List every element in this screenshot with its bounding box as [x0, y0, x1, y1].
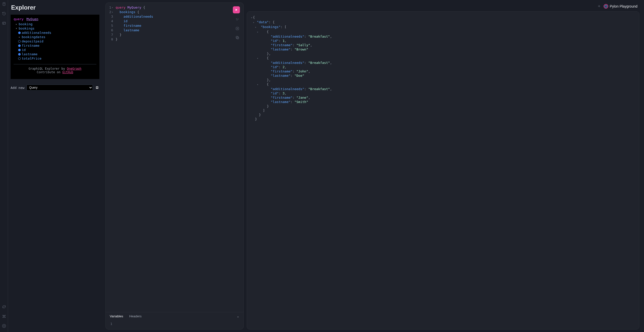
explorer-query-header[interactable]: query MyQuen: [14, 17, 96, 21]
response-body[interactable]: ▾{ ▾ "data": { ▾ "bookings": [ ▾ { "addi…: [247, 11, 639, 329]
collapse-arrow-icon[interactable]: [15, 27, 18, 30]
expand-arrow-icon[interactable]: [15, 23, 18, 25]
line-number: 5: [109, 23, 113, 28]
line-number: 2 ▾: [109, 10, 113, 14]
explorer-title: Explorer: [11, 4, 99, 11]
copy-icon[interactable]: [235, 35, 240, 40]
collapse-vars-icon[interactable]: ⌄: [237, 314, 239, 318]
checked-field-icon[interactable]: [18, 32, 21, 34]
field-label: booking: [19, 22, 33, 26]
credit-text: GraphiQL Explorer by: [29, 67, 67, 70]
new-tab-icon[interactable]: ＋: [597, 4, 601, 9]
prettify-icon[interactable]: [235, 17, 240, 22]
response-panel: ＋ Pylon Playground ▾{ ▾ "data": { ▾ "boo…: [245, 0, 644, 332]
contribute-text: Contribute on: [37, 70, 62, 74]
unchecked-field-icon[interactable]: [18, 57, 21, 60]
editor-panel: 1 ▾2 ▾345678 query MyQuery { bookings { …: [104, 0, 245, 332]
explorer-field-additionalneeds[interactable]: additionalneeds: [14, 31, 96, 35]
line-number: 1 ▾: [109, 5, 113, 10]
add-new-select[interactable]: Query: [26, 85, 93, 91]
brand-label: Pylon Playground: [610, 4, 637, 8]
field-label: firstname: [22, 44, 39, 47]
explorer-divider: [14, 64, 96, 64]
query-editor[interactable]: 1 ▾2 ▾345678 query MyQuery { bookings { …: [106, 3, 243, 312]
field-label: bookingdates: [22, 35, 45, 39]
svg-rect-1: [3, 22, 6, 24]
field-label: depositpaid: [22, 39, 43, 43]
brand-logo-icon: [604, 4, 608, 9]
field-label: bookings: [19, 27, 35, 30]
explorer-panel: Explorer query MyQuen bookingbookingsadd…: [8, 0, 104, 332]
brand-link[interactable]: Pylon Playground: [604, 4, 637, 9]
explorer-field-id[interactable]: id: [14, 48, 96, 52]
onegraph-link[interactable]: OneGraph: [67, 67, 81, 70]
query-name-input[interactable]: MyQuen: [26, 17, 38, 21]
field-label: id: [22, 48, 26, 52]
fold-icon[interactable]: ▾: [112, 10, 113, 14]
explorer-field-depositpaid[interactable]: depositpaid: [14, 39, 96, 43]
editor-box: 1 ▾2 ▾345678 query MyQuery { bookings { …: [105, 3, 244, 329]
add-new-label: Add new: [11, 86, 24, 90]
shortcuts-icon[interactable]: [2, 314, 7, 319]
github-link[interactable]: GitHub: [62, 70, 73, 74]
explorer-field-bookings[interactable]: bookings: [14, 26, 96, 31]
run-button[interactable]: [233, 6, 240, 13]
svg-rect-5: [236, 36, 238, 38]
explorer-field-firstname[interactable]: firstname: [14, 43, 96, 48]
svg-rect-4: [237, 37, 239, 39]
line-number: 4: [109, 19, 113, 23]
docs-icon[interactable]: [2, 2, 7, 7]
line-number: 7: [109, 33, 113, 37]
editor-tools: [235, 17, 240, 40]
field-label: lastname: [22, 52, 38, 56]
editor-bottom-tabs: Variables Headers ⌄: [106, 312, 243, 320]
explorer-icon[interactable]: [2, 21, 7, 26]
svg-point-2: [4, 325, 5, 326]
expand-arrow-icon[interactable]: [18, 36, 21, 38]
field-label: totalPrice: [22, 57, 41, 60]
checked-field-icon[interactable]: [18, 44, 21, 47]
fold-icon[interactable]: ▾: [112, 5, 113, 10]
explorer-body: query MyQuen bookingbookingsadditionalne…: [11, 15, 99, 79]
history-icon[interactable]: [2, 11, 7, 16]
line-number: 3: [109, 14, 113, 19]
tab-headers[interactable]: Headers: [129, 314, 142, 318]
vars-line-number: 1: [110, 322, 112, 326]
checked-field-icon[interactable]: [18, 53, 21, 56]
line-number: 8: [109, 37, 113, 42]
checked-field-icon[interactable]: [18, 49, 21, 51]
explorer-credits: GraphiQL Explorer by OneGraph Contribute…: [14, 67, 96, 76]
explorer-field-lastname[interactable]: lastname: [14, 52, 96, 56]
add-new-row: Add new Query: [11, 85, 99, 91]
variables-editor[interactable]: 1: [106, 320, 243, 329]
explorer-field-bookingdates[interactable]: bookingdates: [14, 35, 96, 39]
settings-icon[interactable]: [2, 323, 7, 328]
field-label: additionalneeds: [22, 31, 51, 35]
unchecked-field-icon[interactable]: [18, 40, 21, 43]
tab-variables[interactable]: Variables: [110, 314, 123, 318]
explorer-field-booking[interactable]: booking: [14, 22, 96, 26]
line-number: 6: [109, 28, 113, 33]
merge-icon[interactable]: [235, 26, 240, 31]
query-keyword: query: [14, 17, 23, 21]
explorer-field-totalPrice[interactable]: totalPrice: [14, 56, 96, 61]
response-header: ＋ Pylon Playground: [247, 3, 639, 11]
add-new-button[interactable]: [95, 85, 99, 90]
app-sidebar: [0, 0, 8, 332]
refresh-icon[interactable]: [2, 304, 7, 309]
